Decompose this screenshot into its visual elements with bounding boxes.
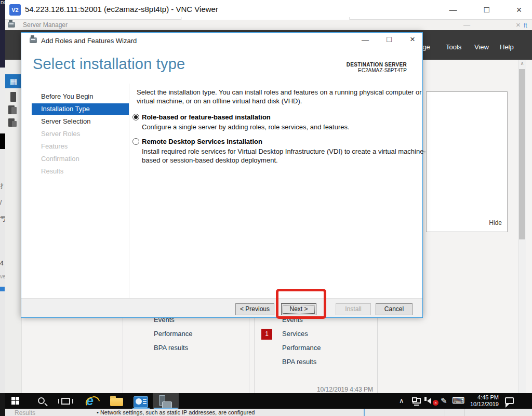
menu-tools[interactable]: Tools <box>446 43 461 51</box>
blue-app-icon[interactable] <box>134 396 148 408</box>
task-view-icon[interactable] <box>61 398 70 405</box>
file-explorer-icon[interactable] <box>110 398 123 406</box>
strip-divider <box>364 409 365 416</box>
vnc-window-title: 54.223.126.111:52001 (ec2amaz-s8pt4tp) -… <box>25 5 218 14</box>
radio-role-based[interactable] <box>132 114 139 120</box>
search-icon[interactable] <box>38 397 45 404</box>
nav-installation-type[interactable]: Installation Type <box>32 103 129 115</box>
network-icon[interactable] <box>413 398 421 404</box>
vnc-maximize-button[interactable]: □ <box>478 2 496 18</box>
hide-link[interactable]: Hide <box>489 219 502 226</box>
screenshot-root: DS 扌 / 亏 4 ve V2 54.223.126.111:52001 (e… <box>0 0 532 416</box>
destination-server-block: DESTINATION SERVER EC2AMAZ-S8PT4TP <box>347 62 407 73</box>
sidebar-dashboard-icon[interactable]: ▦ <box>5 74 22 88</box>
nav-before-you-begin[interactable]: Before You Begin <box>32 91 129 102</box>
nav-features: Features <box>32 141 129 152</box>
host-window-sliver: DS <box>0 0 5 68</box>
menu-help[interactable]: Help <box>500 43 514 51</box>
server-manager-titlebar: Server Manager — × <box>5 20 532 30</box>
host-text-fragment: 扌 <box>0 182 5 191</box>
remote-desktop-desc: Install required role services for Virtu… <box>142 147 431 165</box>
tile-link-performance[interactable]: Performance <box>154 330 192 338</box>
sm-minimize-button[interactable]: — <box>463 21 470 29</box>
tile-link-bpa-2[interactable]: BPA results <box>282 358 316 366</box>
radio-remote-desktop[interactable] <box>132 138 139 145</box>
sidebar-all-servers-icon2 <box>11 107 17 114</box>
nav-results: Results <box>32 166 129 177</box>
menu-view[interactable]: View <box>474 43 489 51</box>
edge-clipped-text: ft <box>524 22 527 29</box>
taskbar-clock[interactable]: 4:45 PM 10/12/2019 <box>457 394 499 408</box>
destination-server-label: DESTINATION SERVER <box>347 62 407 68</box>
nav-server-selection[interactable]: Server Selection <box>32 116 129 127</box>
tile-divider <box>123 318 123 393</box>
internet-explorer-icon[interactable]: e <box>86 395 94 406</box>
clock-time: 4:45 PM <box>457 394 499 401</box>
nav-confirmation: Confirmation <box>32 153 129 165</box>
wizard-maximize-button[interactable]: □ <box>379 33 399 46</box>
host-text-fragment: ve <box>0 274 5 279</box>
notification-panel: Hide <box>426 91 508 232</box>
scrollbar-thumb[interactable] <box>519 69 525 239</box>
bottom-left-text: Results <box>15 409 35 416</box>
tray-chevron-icon[interactable]: ∧ <box>399 397 404 405</box>
wizard-icon <box>30 37 37 43</box>
action-center-icon[interactable] <box>505 397 514 404</box>
host-text-fragment: 4 <box>0 260 5 267</box>
nav-server-roles: Server Roles <box>32 128 129 140</box>
tile-link-bpa[interactable]: BPA results <box>154 344 188 352</box>
sidebar-file-storage-icon2 <box>12 121 17 127</box>
wizard-close-button[interactable]: × <box>403 33 422 46</box>
wizard-title: Add Roles and Features Wizard <box>41 37 137 45</box>
tile-divider <box>249 318 249 393</box>
clock-date: 10/12/2019 <box>457 401 499 408</box>
wizard-heading: Select installation type <box>33 56 185 73</box>
vnc-close-button[interactable]: × <box>510 2 528 18</box>
server-manager-icon <box>8 22 15 28</box>
running-indicator-active <box>154 408 178 409</box>
tile-link-performance-2[interactable]: Performance <box>282 344 321 352</box>
host-sliver-dark-bottom <box>0 393 5 416</box>
wizard-minimize-button[interactable]: — <box>355 33 375 46</box>
tile-link-services[interactable]: Services <box>282 330 308 338</box>
server-manager-title: Server Manager <box>23 21 68 29</box>
volume-muted-badge: × <box>433 400 438 406</box>
tile-divider <box>254 318 255 393</box>
host-app-icon <box>0 287 5 291</box>
scrollbar-up-icon[interactable]: ∧ <box>519 61 525 66</box>
volume-muted-icon[interactable] <box>427 398 431 404</box>
install-button: Install <box>336 303 371 315</box>
pen-icon[interactable]: ✎ <box>441 396 447 406</box>
wizard-intro: Select the installation type. You can in… <box>137 88 423 105</box>
destination-server-name: EC2AMAZ-S8PT4TP <box>347 68 407 73</box>
host-text-fragment: 亏 <box>0 214 5 223</box>
tile-timestamp: 10/12/2019 4:43 PM <box>269 386 373 393</box>
annotation-highlight-next <box>276 289 326 319</box>
vnc-minimize-button[interactable]: — <box>444 2 462 18</box>
previous-button[interactable]: < Previous <box>235 303 274 315</box>
services-alert-badge[interactable]: 1 <box>261 329 272 340</box>
add-roles-wizard-window: Add Roles and Features Wizard — □ × Sele… <box>21 32 423 318</box>
sm-close-button[interactable]: × <box>516 20 521 29</box>
strip-divider <box>445 409 445 416</box>
radio-remote-desktop-label[interactable]: Remote Desktop Services installation <box>142 138 262 145</box>
running-indicator <box>132 408 150 409</box>
host-corner-text: DS <box>0 0 5 5</box>
host-sliver-black <box>0 133 5 149</box>
bottom-strip: Results • Network settings, such as stat… <box>5 409 532 416</box>
radio-role-based-label[interactable]: Role-based or feature-based installation <box>142 113 271 121</box>
sidebar-local-server-icon[interactable] <box>10 92 16 102</box>
cancel-button[interactable]: Cancel <box>376 303 413 315</box>
strip-divider <box>464 409 464 416</box>
host-text-fragment: / <box>0 199 5 206</box>
role-based-desc: Configure a single server by adding role… <box>142 123 429 131</box>
host-sliver-light <box>0 68 5 133</box>
tile-divider <box>377 318 378 393</box>
nav-divider <box>129 84 129 298</box>
start-button[interactable] <box>11 397 19 405</box>
vnc-logo-icon: V2 <box>9 4 21 16</box>
bottom-note-text: • Network settings, such as static IP ad… <box>97 409 255 415</box>
